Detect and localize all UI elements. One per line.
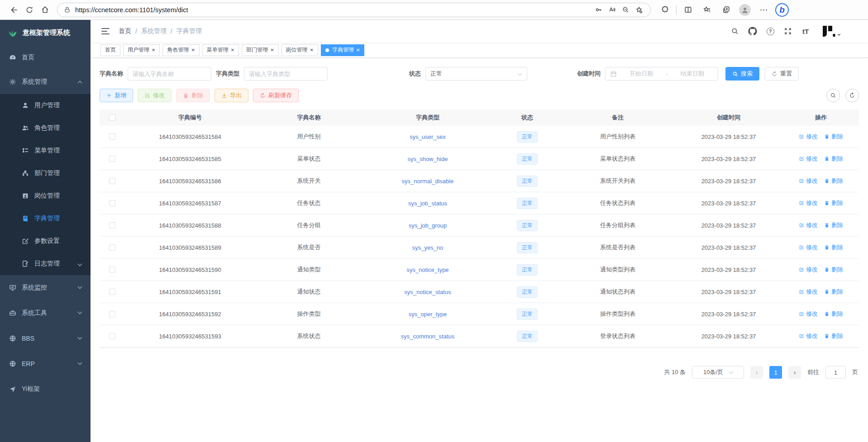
sidebar-item-bbs[interactable]: BBS [0,326,91,351]
row-checkbox[interactable] [109,156,115,162]
goto-page-input[interactable] [825,366,846,379]
sidebar-item-dict[interactable]: 字典管理 [0,207,91,230]
edit-link[interactable]: 修改 [799,221,818,229]
dict-type-link[interactable]: sys_notice_status [404,289,451,295]
sidebar-item-menu[interactable]: 菜单管理 [0,139,91,162]
dict-type-link[interactable]: sys_common_status [401,333,455,340]
page-size-select[interactable]: 10条/页 [692,366,744,379]
tab-user[interactable]: 用户管理✕ [123,44,160,56]
dict-type-link[interactable]: sys_job_status [408,200,447,207]
delete-link[interactable]: 删除 [824,199,843,207]
delete-link[interactable]: 删除 [824,332,843,340]
tab-dept[interactable]: 部门管理✕ [242,44,278,56]
edit-link[interactable]: 修改 [799,266,818,274]
add-favorite-star-icon[interactable] [632,4,646,16]
dict-type-link[interactable]: sys_user_sex [410,133,445,140]
text-size-icon[interactable]: tT [801,26,811,36]
sidebar-toggle-button[interactable] [98,23,114,39]
help-icon[interactable]: ? [765,26,775,36]
extensions-button[interactable] [657,2,672,18]
edit-link[interactable]: 修改 [799,155,818,163]
tab-close-icon[interactable]: ✕ [270,48,274,52]
tab-close-icon[interactable]: ✕ [356,48,360,52]
sidebar-item-param[interactable]: 参数设置 [0,230,91,252]
breadcrumb-system[interactable]: 系统管理 [141,27,167,35]
sidebar-item-role[interactable]: 角色管理 [0,117,91,139]
delete-link[interactable]: 删除 [824,243,843,252]
dict-type-link[interactable]: sys_notice_type [406,266,448,273]
refresh-cache-button[interactable]: 刷新缓存 [253,89,299,102]
sidebar-item-yi[interactable]: Yi框架 [0,376,91,402]
reset-button[interactable]: 重置 [765,67,799,81]
delete-link[interactable]: 删除 [824,266,843,274]
row-checkbox[interactable] [109,311,115,317]
edit-link[interactable]: 修改 [799,243,818,252]
delete-link[interactable]: 删除 [824,288,843,296]
zoom-out-icon[interactable] [619,4,632,16]
row-checkbox[interactable] [109,200,115,206]
tab-post[interactable]: 岗位管理✕ [281,44,318,56]
date-range-picker[interactable]: 开始日期 - 结束日期 [605,67,718,81]
edit-link[interactable]: 修改 [799,288,818,296]
row-checkbox[interactable] [109,333,115,339]
export-button[interactable]: 导出 [215,89,248,102]
row-checkbox[interactable] [109,178,115,184]
tab-dict-active[interactable]: 字典管理✕ [321,44,364,56]
password-key-icon[interactable] [591,4,605,16]
tab-role[interactable]: 角色管理✕ [162,44,199,56]
dict-type-link[interactable]: sys_oper_type [409,311,447,318]
header-search-icon[interactable] [730,26,740,36]
delete-link[interactable]: 删除 [824,133,843,141]
browser-menu-button[interactable]: ⋯ [756,2,772,18]
delete-link[interactable]: 删除 [824,221,843,229]
toggle-search-button[interactable] [826,89,840,102]
dict-type-link[interactable]: sys_yes_no [412,244,444,251]
row-checkbox[interactable] [109,244,115,251]
status-select[interactable]: 正常 [425,67,527,81]
edit-link[interactable]: 修改 [799,177,818,185]
tab-home[interactable]: 首页 [100,44,120,56]
dict-type-link[interactable]: sys_normal_disable [402,178,454,185]
delete-link[interactable]: 删除 [824,177,843,185]
favorites-button[interactable] [699,2,715,18]
address-bar[interactable]: https://ccnetcore.com:1101/system/dict [57,3,651,17]
tab-close-icon[interactable]: ✕ [191,48,195,52]
sidebar-item-post[interactable]: 岗位管理 [0,185,91,207]
browser-back-button[interactable] [6,2,22,18]
row-checkbox[interactable] [109,266,115,273]
add-button[interactable]: 新增 [100,89,133,102]
page-number-current[interactable]: 1 [769,366,782,379]
user-avatar-menu[interactable] [822,25,841,38]
row-checkbox[interactable] [109,222,115,228]
refresh-table-button[interactable] [845,89,859,102]
collections-button[interactable] [718,2,734,18]
edit-link[interactable]: 修改 [799,133,818,141]
delete-link[interactable]: 删除 [824,155,843,163]
profile-button[interactable] [737,2,753,18]
row-checkbox[interactable] [109,289,115,295]
tab-close-icon[interactable]: ✕ [231,48,234,52]
search-button[interactable]: 搜索 [725,67,759,81]
delete-button[interactable]: 删除 [176,89,210,102]
sidebar-item-home[interactable]: 首页 [0,45,91,70]
app-logo[interactable]: 意框架管理系统 [0,20,91,45]
split-screen-button[interactable] [680,2,696,18]
row-checkbox[interactable] [109,133,115,140]
breadcrumb-home[interactable]: 首页 [119,27,131,35]
browser-refresh-button[interactable] [22,2,37,18]
edit-link[interactable]: 修改 [799,310,818,318]
edit-link[interactable]: 修改 [799,199,818,207]
tab-close-icon[interactable]: ✕ [310,48,314,52]
sidebar-item-log[interactable]: 日志管理 [0,252,91,275]
sidebar-item-system[interactable]: 系统管理 [0,70,91,94]
sidebar-item-tools[interactable]: 系统工具 [0,300,91,326]
sidebar-item-dept[interactable]: 部门管理 [0,162,91,185]
read-aloud-icon[interactable] [605,4,619,16]
tab-menu[interactable]: 菜单管理✕ [202,44,239,56]
dict-type-input[interactable] [244,67,328,81]
fullscreen-icon[interactable] [783,26,793,36]
prev-page-button[interactable]: ‹ [750,366,763,379]
dict-type-link[interactable]: sys_job_group [409,222,447,229]
edit-link[interactable]: 修改 [799,332,818,340]
tab-close-icon[interactable]: ✕ [152,48,155,52]
